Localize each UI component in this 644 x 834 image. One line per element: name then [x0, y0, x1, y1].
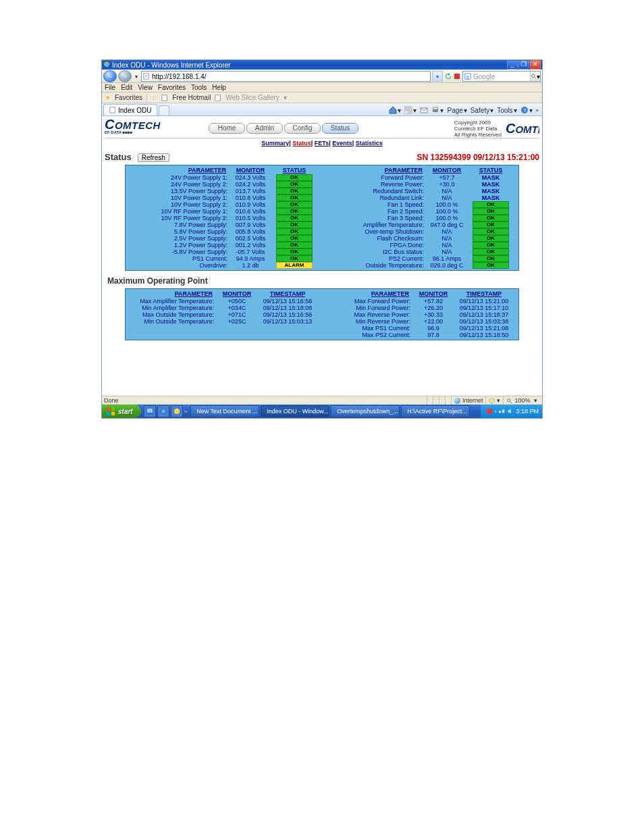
svg-rect-22	[147, 409, 153, 413]
param-value: 100.0 %	[427, 215, 467, 221]
status-row: PS2 Current: 96.1 Amps OK	[326, 255, 514, 262]
param-value: +22.00	[413, 318, 454, 325]
subnav-status[interactable]: Status	[292, 140, 311, 147]
menu-tools[interactable]: Tools	[191, 84, 207, 91]
fav-free-hotmail[interactable]: Free Hotmail	[172, 94, 211, 101]
ql-ie[interactable]	[157, 405, 169, 417]
mop-row: Max PS1 Current: 96.9 09/12/13 15:21:08	[326, 325, 514, 332]
protected-mode-pane[interactable]: ▾	[485, 396, 503, 405]
task-explorer[interactable]: H:\Active RF\Project...	[401, 405, 470, 417]
search-input[interactable]: g Google ▾	[462, 71, 541, 82]
task-paint[interactable]: Overtempshutdown_...	[331, 405, 400, 417]
compat-view-button[interactable]: ▾	[432, 71, 443, 82]
back-button[interactable]: ←	[103, 70, 117, 82]
ql-show-desktop[interactable]	[144, 405, 156, 417]
status-cell: OK	[276, 208, 313, 215]
forward-button[interactable]: →	[118, 70, 132, 82]
param-name: Over-temp Shutdown:	[326, 228, 427, 235]
feeds-button[interactable]: ▾	[404, 106, 417, 114]
tools-menu[interactable]: Tools▾	[497, 107, 516, 114]
close-button[interactable]: ✕	[530, 60, 541, 70]
page-icon	[143, 73, 150, 80]
status-row: 10V Power Supply 1: 010.8 Volts OK	[130, 194, 318, 201]
start-button[interactable]: start	[102, 405, 141, 418]
status-cell: OK	[276, 194, 313, 201]
tabbar: Index ODU ▾ ▾ ▾ Page▾ Safety▾ Tools▾ ?▾ …	[102, 103, 542, 116]
tools-expand[interactable]: »	[536, 107, 539, 113]
fav-dropdown-icon[interactable]: ▾	[284, 94, 287, 101]
nav-status[interactable]: Status	[322, 123, 358, 134]
param-value: +57.7	[427, 174, 467, 181]
nav-admin[interactable]: Admin	[246, 123, 283, 134]
param-name: Amplifier Temperature:	[326, 221, 427, 228]
help-button[interactable]: ?▾	[520, 106, 533, 114]
search-button[interactable]: ▾	[530, 72, 540, 81]
status-done: Done	[104, 397, 119, 404]
refresh-icon[interactable]	[444, 72, 452, 80]
fav-web-slice-gallery[interactable]: Web Slice Gallery	[225, 94, 279, 101]
param-name: Redundant Link:	[326, 194, 427, 201]
favorites-star-icon[interactable]: ★	[105, 94, 111, 101]
zoom-pane[interactable]: 100% ▾	[503, 396, 540, 405]
status-row: Fan 2 Speed: 100.0 % OK	[326, 208, 514, 215]
minimize-button[interactable]: _	[507, 60, 518, 70]
history-dropdown[interactable]: ▼	[133, 72, 140, 81]
ie-statusbar: Done Internet ▾ 100% ▾	[102, 396, 542, 405]
mop-row: Max PS2 Current: 97.8 09/12/13 15:18:50	[326, 332, 514, 338]
nav-config[interactable]: Config	[284, 123, 321, 134]
param-name: 2.5V Power Supply:	[130, 235, 230, 242]
shield-icon	[486, 408, 493, 415]
menu-edit[interactable]: Edit	[121, 84, 132, 91]
favorites-label[interactable]: Favorites	[115, 94, 142, 101]
param-timestamp: 09/12/13 15:17:10	[454, 305, 514, 311]
subnav-fets[interactable]: FETs	[315, 140, 329, 147]
menu-view[interactable]: View	[138, 84, 153, 91]
status-cell: MASK	[482, 194, 500, 201]
task-ie[interactable]: Index ODU - Window...	[261, 405, 329, 417]
task-notepad[interactable]: New Text Document ...	[190, 405, 259, 417]
system-tray[interactable]: ‹ 3:18 PM	[481, 405, 542, 418]
subnav-statistics[interactable]: Statistics	[356, 140, 383, 147]
safety-menu[interactable]: Safety▾	[471, 107, 493, 114]
new-tab-button[interactable]	[159, 105, 169, 115]
param-name: Forward Power:	[326, 174, 427, 181]
menu-favorites[interactable]: Favorites	[158, 84, 186, 91]
maximize-button[interactable]: ❐	[518, 60, 529, 70]
nav-home[interactable]: Home	[209, 123, 245, 134]
status-cell: OK	[473, 242, 509, 249]
svg-rect-8	[110, 107, 115, 113]
param-value: 1.2 db	[230, 262, 271, 269]
ql-app[interactable]	[171, 405, 183, 417]
svg-point-23	[161, 409, 166, 414]
param-value: 100.0 %	[427, 208, 467, 215]
subnav-summary[interactable]: Summary	[261, 140, 289, 147]
address-input[interactable]: http://192.168.1.4/	[141, 71, 431, 82]
home-button[interactable]: ▾	[389, 106, 401, 114]
param-value: 024.2 Volts	[230, 181, 271, 188]
param-name: Flash Checksum:	[326, 235, 427, 242]
page-menu[interactable]: Page▾	[447, 107, 466, 114]
param-name: -5.8V Power Supply:	[130, 249, 230, 255]
readmail-button[interactable]	[420, 106, 428, 114]
stop-icon[interactable]	[453, 72, 461, 80]
svg-rect-2	[454, 74, 460, 79]
tray-expand-icon[interactable]: ‹	[495, 409, 497, 415]
status-row: I2C Bus status: N/A OK	[326, 249, 514, 255]
ql-expand[interactable]: »	[184, 409, 187, 415]
param-value: +071C	[217, 311, 257, 318]
print-button[interactable]: ▾	[431, 106, 444, 114]
svg-rect-20	[111, 412, 115, 415]
subnav-events[interactable]: Events	[332, 140, 352, 147]
status-row: Fan 1 Speed: 100.0 % OK	[326, 201, 514, 208]
param-value: +034C	[217, 305, 257, 311]
param-value: +025C	[217, 318, 257, 325]
col-status: STATUS	[467, 167, 514, 174]
param-value: 97.8	[413, 332, 454, 338]
mop-panel: PARAMETER MONITOR TIMESTAMP Max Amplifie…	[125, 288, 519, 340]
menu-file[interactable]: File	[105, 84, 115, 91]
refresh-button[interactable]: Refresh	[138, 153, 169, 162]
menu-help[interactable]: Help	[212, 84, 226, 91]
status-row: Outside Temperature: 026.0 deg C OK	[326, 262, 514, 269]
status-row: 24V Power Supply 1: 024.3 Volts OK	[130, 174, 318, 181]
tab-index-odu[interactable]: Index ODU	[103, 104, 157, 115]
